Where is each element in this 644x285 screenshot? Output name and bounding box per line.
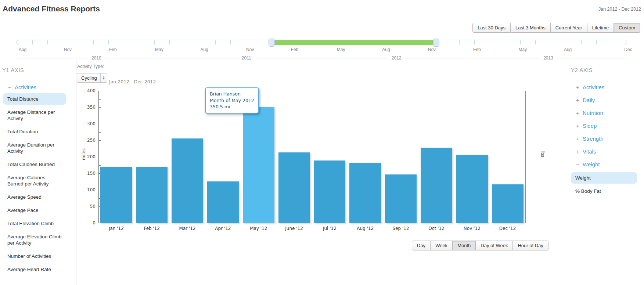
timeline-slider-track[interactable] (17, 40, 627, 45)
y2-group-sleep[interactable]: + Sleep (576, 122, 642, 129)
lifetime-button[interactable]: Lifetime (587, 23, 614, 33)
chart-bar-jan12[interactable] (100, 167, 132, 223)
y-axis-tick-mark (99, 149, 101, 149)
month-button[interactable]: Month (453, 241, 476, 250)
y1-item-avg-pace[interactable]: Average Pace (3, 205, 66, 216)
y2-group-vitals-label[interactable]: Vitals (583, 148, 596, 155)
custom-button[interactable]: Custom (614, 23, 640, 33)
y-axis-tick-mark (99, 116, 101, 116)
x-axis-category-label: Mar '12 (179, 226, 196, 231)
y1-item-total-distance[interactable]: Total Distance (3, 93, 66, 105)
y1-axis-sidebar: Y1 AXIS − Activities Total Distance Aver… (0, 67, 72, 277)
y2-metric-list: Weight % Body Fat (571, 172, 637, 197)
collapse-minus-icon[interactable]: − (8, 84, 15, 90)
timeline-handle-end[interactable] (433, 39, 439, 47)
y2-group-strength-label[interactable]: Strength (583, 136, 604, 142)
expand-plus-icon[interactable]: + (576, 84, 583, 90)
y2-axis-header: Y2 AXIS (571, 67, 642, 73)
y1-item-number-activities[interactable]: Number of Activities (3, 250, 66, 262)
y-axis-tick-label: 150 (81, 171, 96, 176)
y2-group-strength[interactable]: + Strength (576, 135, 642, 142)
y1-item-avg-calories[interactable]: Average Calories Burned per Activity (3, 172, 66, 190)
y2-group-daily-label[interactable]: Daily (583, 97, 595, 103)
y1-item-avg-speed[interactable]: Average Speed (3, 191, 66, 203)
expand-plus-icon[interactable]: + (576, 110, 583, 116)
y2-group-weight[interactable]: − Weight (576, 160, 642, 168)
y-axis-tick-mark (99, 91, 101, 91)
y1-item-avg-distance[interactable]: Average Distance per Activity (3, 107, 66, 124)
y2-axis-line (525, 91, 526, 223)
chart-bar-feb12[interactable] (136, 167, 168, 223)
y1-item-total-calories[interactable]: Total Calories Burned (3, 159, 66, 170)
day-button[interactable]: Day (412, 241, 431, 250)
y-axis-tick-label: 0 (81, 220, 96, 226)
activity-type-select[interactable]: Cycling ▲▼ (77, 73, 107, 83)
timeline-year-divider (17, 58, 626, 58)
chart-bar-june12[interactable] (278, 152, 310, 223)
page-title: Advanced Fitness Reports (3, 4, 100, 13)
y1-group-activities-label[interactable]: Activities (15, 84, 36, 90)
x-axis-category-label: Nov '12 (464, 226, 481, 231)
y1-group-activities[interactable]: − Activities (8, 84, 72, 90)
expand-plus-icon[interactable]: + (576, 123, 583, 129)
expand-plus-icon[interactable]: + (576, 97, 583, 103)
timeline-month-tick (47, 40, 48, 44)
y2-group-sleep-label[interactable]: Sleep (583, 123, 597, 129)
y1-item-total-duration[interactable]: Total Duration (3, 126, 66, 137)
x-axis-category-label: Sep '12 (393, 226, 409, 231)
y2-group-daily[interactable]: + Daily (576, 96, 642, 104)
chart-bar-dec12[interactable] (492, 184, 524, 223)
week-button[interactable]: Week (431, 241, 453, 250)
chart-bar-jul12[interactable] (314, 160, 345, 223)
x-axis-category-label: Apr '12 (215, 226, 231, 231)
timeline-month-label: Nov (428, 47, 436, 52)
y1-item-total-elevation[interactable]: Total Elevation Climb (3, 218, 66, 229)
y2-item-weight[interactable]: Weight (571, 172, 637, 184)
select-stepper-icon[interactable]: ▲▼ (100, 73, 107, 82)
last-3-months-button[interactable]: Last 3 Months (511, 23, 551, 33)
expand-plus-icon[interactable]: + (576, 148, 583, 155)
chart-bar-may12[interactable] (243, 107, 274, 223)
timeline-month-label: May (155, 47, 163, 52)
chart-bar-aug12[interactable] (349, 163, 381, 223)
y2-group-nutrition[interactable]: + Nutrition (576, 109, 642, 116)
x-axis-category-label: Aug '12 (357, 226, 374, 231)
chart-bar-nov12[interactable] (456, 155, 488, 223)
timeline-month-tick (261, 40, 261, 44)
y-axis-tick-label: 100 (81, 187, 96, 192)
expand-plus-icon[interactable]: + (576, 136, 583, 142)
y1-item-avg-duration[interactable]: Average Duration per Activity (3, 139, 66, 157)
y2-group-vitals[interactable]: + Vitals (576, 148, 642, 155)
y2-item-body-fat[interactable]: % Body Fat (571, 185, 637, 197)
timeline-year-label: 2013 (540, 55, 557, 61)
timeline-year-label: 2010 (88, 55, 105, 61)
chart-bar-mar12[interactable] (172, 138, 203, 223)
chart-bar-sep12[interactable] (385, 174, 417, 223)
timeline-month-label: May (337, 47, 345, 52)
timeline-month-tick (139, 40, 139, 44)
y2-group-nutrition-label[interactable]: Nutrition (583, 110, 603, 116)
y-axis-tick-label: 50 (81, 204, 96, 209)
y1-item-avg-heart-rate[interactable]: Average Heart Rate (3, 264, 66, 275)
y2-group-activities-label[interactable]: Activities (583, 84, 604, 90)
chart-bar-apr12[interactable] (207, 181, 239, 223)
timeline-year-label: 2011 (238, 55, 255, 61)
y1-item-avg-elevation[interactable]: Average Elevation Climb per Activity (3, 231, 66, 249)
timeline-month-label: Feb (473, 47, 481, 52)
y-axis-tick-mark (99, 107, 101, 108)
last-30-days-button[interactable]: Last 30 Days (472, 23, 511, 33)
timeline-handle-start[interactable] (269, 39, 275, 47)
timeline-selected-range[interactable] (271, 40, 436, 45)
current-year-button[interactable]: Current Year (551, 23, 587, 33)
y2-group-activities[interactable]: + Activities (576, 83, 642, 91)
collapse-minus-icon[interactable]: − (576, 161, 583, 167)
y2-axis-unit-label: lbs (540, 151, 545, 157)
chart-bar-oct12[interactable] (421, 148, 452, 223)
x-axis-category-label: Dec '12 (499, 226, 516, 231)
y2-group-weight-label[interactable]: Weight (583, 161, 600, 167)
hour-of-day-button[interactable]: Hour of Day (513, 241, 548, 250)
x-axis-category-label: June '12 (285, 226, 303, 231)
timeline-month-label: Feb (291, 47, 299, 52)
day-of-week-button[interactable]: Day of Week (476, 241, 513, 250)
timeline-month-label: May (518, 47, 527, 52)
